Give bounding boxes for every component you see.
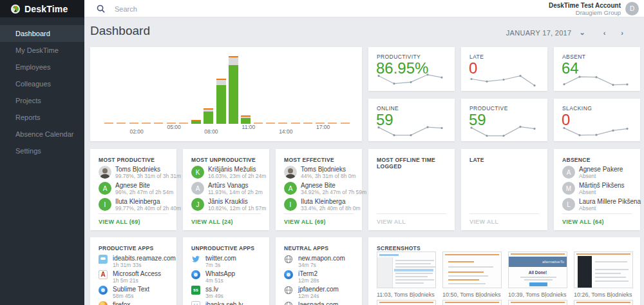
view-all-link[interactable]: VIEW ALL (24) [191,219,233,225]
prev-day-button[interactable]: ‹ [603,29,606,37]
bar-unproductive [229,56,238,57]
view-all-link[interactable]: VIEW ALL (69) [99,219,140,225]
stat-card-productive[interactable]: PRODUCTIVE59 [461,99,547,141]
app-list-item[interactable]: Sublime Text58m 45s [99,286,149,299]
screenshot-message: All Done! [509,270,567,275]
list-item[interactable]: AAgnese Bite34.92%, 2h 47m of 7h 59m [284,182,366,195]
app-list-item[interactable]: iTerm212m 28s [284,270,319,284]
person-detail: Absent [579,205,641,212]
sparkline-chart [560,121,632,139]
stat-card-productivity[interactable]: PRODUCTIVITY86.95% [368,47,455,91]
sidebar-item-employees[interactable]: Employees [0,59,84,75]
list-item[interactable]: JJānis Krauklis10.82%, 12m of 1h 57m [191,198,266,212]
app-name: iTerm2 [298,270,319,277]
app-list-item[interactable]: WhatsApp4m 51s [191,270,235,284]
account-menu[interactable]: DeskTime Test Account Draugiem Group [549,2,621,16]
stat-card-online[interactable]: ONLINE59 [368,99,455,141]
app-list-item[interactable]: ssss.lv3m 49s [191,286,223,299]
app-list-item[interactable]: laespada.com [284,301,338,305]
list-item[interactable]: IIluta Kleinberga33.4%, 2h 40m of 8h 0m [284,198,361,212]
list-item[interactable]: KKrišjānis Mežulis16.03%, 23m of 2h 24m [191,166,266,179]
list-card-most-unproductive: MOST UNPRODUCTIVEKKrišjānis Mežulis16.03… [183,149,269,230]
list-item[interactable]: AAgnese PakereAbsent [562,166,623,179]
sidebar-item-dashboard[interactable]: Dashboard [0,25,84,42]
app-name: jpfaender.com [298,286,339,293]
bar-offline-dash [129,123,138,124]
person-detail: 33.4%, 2h 40m of 8h 0m [301,205,361,212]
bar-offline-dash [341,123,350,124]
search-input[interactable]: Search [97,0,137,17]
card-title: PRODUCTIVE APPS [90,237,176,251]
app-name: ibanka.seb.lv [205,301,243,305]
screenshot-thumbnail[interactable] [377,251,436,288]
app-list-item[interactable]: jpfaender.com12m 24s [284,286,339,299]
screenshot-thumbnail[interactable] [442,251,502,288]
date-label[interactable]: JANUARY 17, 2017 [506,29,572,37]
app-time: 4m 51s [205,277,235,284]
stat-label: LATE [469,54,547,60]
bar-neutral [216,80,226,85]
x-axis-tick: 11:00 [238,124,260,130]
sidebar-item-colleagues[interactable]: Colleagues [0,75,84,92]
app-list-item[interactable]: firefox [99,301,130,305]
chevron-down-icon[interactable]: ⌄ [579,28,585,37]
screenshot-banner: alternativeTo [509,257,567,267]
bar-offline-dash [117,123,126,124]
app-list-item[interactable]: AMicrosoft Access1h 5m 21s [99,270,161,284]
app-list-item[interactable]: new.mapon.com34m 7s [284,255,345,268]
twitter-icon [191,255,200,264]
person-detail: 99.77%, 2h 40m of 2h 40m [115,205,181,212]
next-day-button[interactable]: › [621,29,623,37]
logo[interactable]: DeskTime [0,0,84,17]
stat-card-late[interactable]: LATE0 [461,47,547,91]
divider [284,213,354,214]
sidebar-item-my-desktime[interactable]: My DeskTime [0,42,84,59]
sidebar-item-absence-calendar[interactable]: Absence Calendar [0,126,84,143]
list-item[interactable]: LLaura Millere PikšenaAbsent [562,198,641,212]
globe-icon [284,301,293,305]
person-name: Agnese Bite [301,182,366,189]
page-title: Dashboard [90,24,150,38]
stat-card-absent[interactable]: ABSENT64 [554,47,640,91]
screenshot-thumbnail[interactable] [508,300,567,305]
sparkline-chart [468,70,540,88]
stat-card-slacking[interactable]: SLACKING0 [554,99,640,141]
app-time: 58m 45s [113,293,149,299]
sidebar-item-projects[interactable]: Projects [0,92,84,109]
person-name: Laura Millere Pikšena [579,198,641,205]
bar-offline-dash [291,123,300,124]
list-card-most-offline-time-logged: MOST OFFLINE TIME LOGGEDVIEW ALL [368,149,455,230]
list-item[interactable]: Toms Bļodnieks44%, 3h 31m of 8h 0m [284,166,356,179]
avatar: J [191,198,204,211]
sidebar: DeskTime DashboardMy DeskTimeEmployeesCo… [0,0,84,305]
screenshot-caption: 10:26, Toms Bļodnieks [574,291,638,298]
person-detail: 99.78%, 3h 31m of 3h 31m [115,173,181,179]
divider [562,213,632,214]
sparkline-chart [375,70,447,88]
sidebar-item-reports[interactable]: Reports [0,109,84,126]
app-list-item[interactable]: twitter.com7m 3s [191,255,236,268]
person-name: Agnese Pakere [579,166,623,173]
view-all-link[interactable]: VIEW ALL (69) [284,219,326,225]
screenshot-thumbnail[interactable] [377,300,436,305]
app-list-item[interactable]: | |ibanka.seb.lv [191,301,243,305]
screenshot-thumbnail[interactable] [442,300,502,305]
view-all-link[interactable]: VIEW ALL (64) [562,219,604,225]
list-item[interactable]: Toms Bļodnieks99.78%, 3h 31m of 3h 31m [99,166,181,179]
screenshot-thumbnail[interactable]: alternativeToAll Done! [508,251,567,288]
stat-label: SLACKING [562,105,640,112]
avatar[interactable]: D [625,2,639,15]
list-item[interactable]: AAgnese Bite96%, 2h 47m of 2h 54m [99,182,173,195]
list-item[interactable]: IIluta Kleinberga99.77%, 2h 40m of 2h 40… [99,198,181,212]
globe-icon [284,286,293,295]
app-list-item[interactable]: ideabits.reamaze.com1h 31m 33s [99,255,176,268]
hourly-activity-chart[interactable]: 02:0005:0008:0011:0014:0017:00 [90,47,362,141]
list-item[interactable]: MMārtiņš PikšensAbsent [562,182,625,195]
screenshot-thumbnail[interactable] [574,251,633,288]
card-title: MOST UNPRODUCTIVE [183,149,269,163]
bar-offline-dash [278,123,287,124]
screenshot-thumbnail[interactable] [574,300,633,305]
list-item[interactable]: AArtūrs Vanags11.93%, 14m of 2h 2m [191,182,263,195]
sidebar-item-settings[interactable]: Settings [0,143,84,159]
avatar: A [99,182,111,195]
